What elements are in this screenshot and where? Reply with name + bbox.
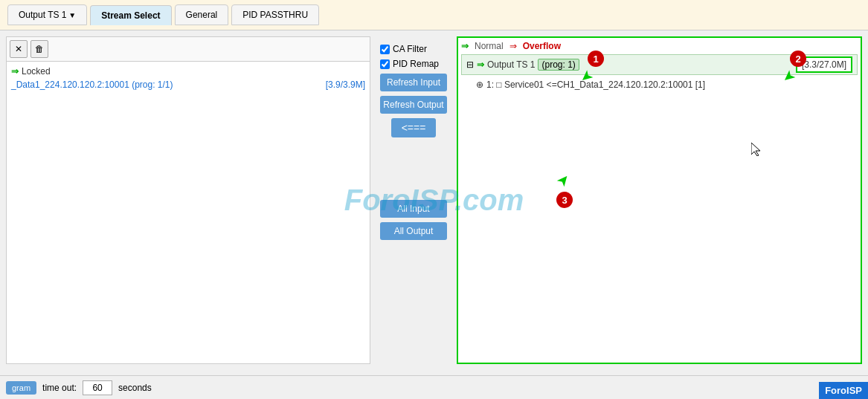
refresh-output-button[interactable]: Refresh Output	[380, 96, 447, 114]
normal-label: Normal	[475, 41, 504, 51]
prog-highlight: (prog: 1)	[538, 59, 579, 71]
output-arrow-icon: ⇒	[477, 59, 484, 70]
right-panel-header: ⇒ Normal ⇒ Overflow	[461, 41, 858, 51]
all-output-button[interactable]: All Output	[380, 222, 447, 240]
svg-marker-0	[751, 143, 760, 156]
service-expand-icon[interactable]: ⊕	[476, 80, 483, 90]
pid-remap-checkbox[interactable]	[380, 59, 390, 69]
pid-remap-label: PID Remap	[393, 59, 439, 69]
tab-general[interactable]: General	[175, 4, 229, 25]
locked-label: Locked	[22, 66, 51, 77]
annotation-circle-1: 1	[588, 51, 604, 67]
timeout-input[interactable]	[83, 380, 112, 395]
ca-filter-row: CA Filter	[380, 44, 447, 54]
tree-expand-icon[interactable]: ⊟	[466, 59, 474, 70]
overflow-label: Overflow	[523, 41, 561, 51]
locked-row: ⇒ Locked	[11, 66, 365, 77]
main-content: ✕ 🗑 ⇒ Locked _Data1_224.120.120.2:10001 …	[0, 30, 868, 370]
annotation-circle-3: 3	[556, 192, 573, 208]
left-panel-toolbar: ✕ 🗑	[7, 37, 370, 62]
tab-output-ts-1[interactable]: Output TS 1	[7, 4, 87, 25]
stream-rate: [3.9/3.9M]	[326, 80, 365, 90]
arrow-green-icon: ⇒	[11, 66, 19, 77]
middle-panel: CA Filter PID Remap Refresh Input Refres…	[376, 36, 451, 364]
seconds-label: seconds	[118, 383, 152, 393]
tab-pid-passthru[interactable]: PID PASSTHRU	[231, 4, 319, 25]
pid-remap-row: PID Remap	[380, 59, 447, 69]
foroISP-badge: ForoISP	[819, 382, 868, 399]
delete-icon-btn[interactable]: 🗑	[30, 40, 48, 58]
gram-button[interactable]: gram	[6, 381, 36, 395]
tab-bar: Output TS 1 Stream Select General PID PA…	[0, 0, 868, 30]
close-icon-btn[interactable]: ✕	[10, 40, 28, 58]
annotation-circle-2: 2	[790, 51, 806, 67]
arrow-left-button[interactable]: <===	[391, 118, 436, 137]
output-row-left: ⊟ ⇒ Output TS 1 (prog: 1)	[466, 59, 579, 71]
left-panel-content: ⇒ Locked _Data1_224.120.120.2:10001 (pro…	[7, 62, 370, 363]
refresh-input-button[interactable]: Refresh Input	[380, 74, 447, 91]
tab-stream-select[interactable]: Stream Select	[90, 5, 171, 25]
ca-filter-checkbox[interactable]	[380, 45, 390, 54]
bottom-bar: gram time out: seconds ForoISP	[0, 375, 868, 399]
stream-label: _Data1_224.120.120.2:10001 (prog: 1/1)	[11, 80, 173, 90]
output-ts-label: Output TS 1	[487, 59, 535, 70]
stream-row: _Data1_224.120.120.2:10001 (prog: 1/1) […	[11, 80, 365, 90]
mouse-cursor	[751, 143, 762, 158]
overflow-arrow-icon: ⇒	[509, 41, 517, 51]
all-input-button[interactable]: All Input	[380, 200, 447, 218]
right-panel: ⇒ Normal ⇒ Overflow ⊟ ⇒ Output TS 1 (pro…	[457, 36, 862, 364]
ca-filter-label: CA Filter	[393, 44, 427, 54]
left-panel: ✕ 🗑 ⇒ Locked _Data1_224.120.120.2:10001 …	[6, 36, 370, 364]
normal-arrow-icon: ⇒	[461, 41, 469, 51]
timeout-label: time out:	[42, 383, 77, 393]
